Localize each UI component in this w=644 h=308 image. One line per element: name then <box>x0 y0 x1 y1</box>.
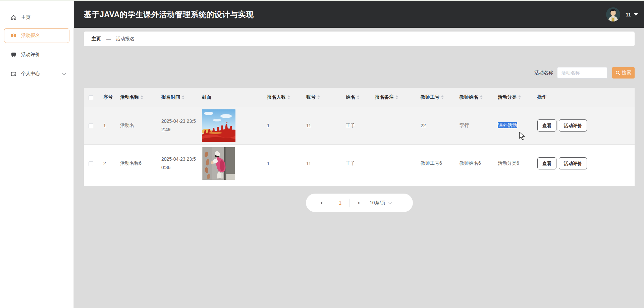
breadcrumb: 主页 — 活动报名 <box>84 32 635 46</box>
sidebar-item-label: 个人中心 <box>21 71 40 77</box>
shop-icon <box>10 52 17 58</box>
top-strip <box>0 0 644 1</box>
cover-image-volunteer-photo[interactable] <box>202 147 235 180</box>
cell-category: 课外活动 <box>495 107 535 145</box>
cell-cover <box>199 107 264 145</box>
sort-icon <box>317 95 320 99</box>
col-teacher-id[interactable]: 教师工号 <box>418 88 457 107</box>
header-select-all <box>84 88 101 107</box>
sidebar: 主页 活动报名 <box>0 1 74 308</box>
page-number-1[interactable]: 1 <box>337 200 343 206</box>
table-header-row: 序号 活动名称 报名时间 封面 报名人数 账号 姓名 报名备注 教师工号 教师姓… <box>84 88 635 107</box>
pagination: < 1 > 10条/页 <box>306 194 413 212</box>
search-icon <box>615 70 620 75</box>
search-row: 活动名称 搜索 <box>534 66 635 79</box>
next-page-button[interactable]: > <box>355 200 362 206</box>
table-row: 2 活动名称6 2025-04-23 23:50:36 <box>84 145 635 182</box>
search-input[interactable] <box>557 67 607 79</box>
cell-teacher-name: 教师姓名6 <box>457 145 495 182</box>
sidebar-item-activity-signup[interactable]: 活动报名 <box>4 28 69 43</box>
evaluate-button[interactable]: 活动评价 <box>559 119 587 132</box>
user-dropdown-caret-icon <box>634 13 638 16</box>
sidebar-item-label: 主页 <box>21 14 31 20</box>
col-teacher-name[interactable]: 教师姓名 <box>457 88 495 107</box>
col-actions: 操作 <box>535 88 635 107</box>
search-button-label: 搜索 <box>622 70 631 76</box>
breadcrumb-separator: — <box>106 36 111 42</box>
col-signup-time[interactable]: 报名时间 <box>159 88 199 107</box>
col-remark[interactable]: 报名备注 <box>372 88 418 107</box>
cell-remark <box>372 107 418 145</box>
home-icon <box>10 14 17 21</box>
cell-signup-time: 2025-04-23 23:52:49 <box>159 107 199 145</box>
breadcrumb-home[interactable]: 主页 <box>92 36 101 42</box>
avatar[interactable] <box>606 7 620 21</box>
cell-index: 2 <box>101 145 117 182</box>
cell-name: 王子 <box>343 145 372 182</box>
page-size-label: 10条/页 <box>370 200 385 206</box>
cover-image-city-poster[interactable] <box>202 109 235 142</box>
col-index: 序号 <box>101 88 117 107</box>
sort-icon <box>141 95 143 99</box>
selected-text: 课外活动 <box>498 122 517 128</box>
col-cover: 封面 <box>199 88 264 107</box>
view-button[interactable]: 查看 <box>537 157 556 169</box>
sidebar-item-home[interactable]: 主页 <box>0 11 74 24</box>
sort-icon <box>287 95 290 99</box>
chevron-down-icon <box>388 200 392 204</box>
cell-signup-count: 1 <box>264 145 304 182</box>
breadcrumb-current: 活动报名 <box>116 36 135 42</box>
col-signup-count[interactable]: 报名人数 <box>264 88 304 107</box>
page-title: 基于JAVA的学生课外活动管理系统的设计与实现 <box>84 9 254 20</box>
sort-icon <box>357 95 360 99</box>
col-name[interactable]: 姓名 <box>343 88 372 107</box>
page: 主页 活动报名 <box>0 0 644 308</box>
col-category[interactable]: 活动分类 <box>495 88 535 107</box>
chevron-down-icon <box>62 71 66 76</box>
cell-cover <box>199 145 264 182</box>
evaluate-button[interactable]: 活动评价 <box>559 157 587 169</box>
cell-remark <box>372 145 418 182</box>
sidebar-item-activity-evaluation[interactable]: 活动评价 <box>0 48 74 61</box>
cell-signup-count: 1 <box>264 107 304 145</box>
sort-icon <box>480 95 483 99</box>
cell-signup-time: 2025-04-23 23:50:36 <box>159 145 199 182</box>
view-button[interactable]: 查看 <box>537 119 556 132</box>
user-menu[interactable]: 11 <box>606 1 638 28</box>
page-size-select[interactable]: 10条/页 <box>370 200 391 206</box>
app-bar: 基于JAVA的学生课外活动管理系统的设计与实现 11 <box>74 1 644 28</box>
cell-index: 1 <box>101 107 117 145</box>
col-account[interactable]: 账号 <box>304 88 343 107</box>
prev-page-button[interactable]: < <box>318 200 325 206</box>
row-checkbox[interactable] <box>89 123 93 128</box>
col-activity-name[interactable]: 活动名称 <box>117 88 159 107</box>
cell-name: 王子 <box>343 107 372 145</box>
cell-teacher-id: 22 <box>418 107 457 145</box>
search-field-label: 活动名称 <box>534 70 553 76</box>
sidebar-item-label: 活动评价 <box>21 52 40 58</box>
user-name: 11 <box>626 12 631 17</box>
card-icon <box>10 71 17 77</box>
cell-account: 11 <box>304 145 343 182</box>
cell-activity-name: 活动名称6 <box>117 145 159 182</box>
cell-activity-name: 活动名 <box>117 107 159 145</box>
activity-signup-table: 序号 活动名称 报名时间 封面 报名人数 账号 姓名 报名备注 教师工号 教师姓… <box>84 88 635 186</box>
cell-actions: 查看活动评价 <box>535 145 635 182</box>
sort-icon <box>441 95 444 99</box>
sidebar-item-personal-center[interactable]: 个人中心 <box>0 67 74 80</box>
table-row: 1 活动名 2025-04-23 23:52:49 <box>84 107 635 145</box>
cell-teacher-id: 教师工号6 <box>418 145 457 182</box>
cell-category: 活动分类6 <box>495 145 535 182</box>
cell-teacher-name: 李行 <box>457 107 495 145</box>
pagination-divider <box>331 199 331 207</box>
sort-icon <box>518 95 521 99</box>
select-all-checkbox[interactable] <box>89 95 93 100</box>
cell-account: 11 <box>304 107 343 145</box>
search-button[interactable]: 搜索 <box>612 67 635 79</box>
sort-icon <box>182 95 184 99</box>
pagination-divider <box>349 199 350 207</box>
cell-actions: 查看活动评价 <box>535 107 635 145</box>
sidebar-item-label: 活动报名 <box>21 33 40 39</box>
row-checkbox[interactable] <box>89 161 93 166</box>
ticket-icon <box>10 33 17 39</box>
